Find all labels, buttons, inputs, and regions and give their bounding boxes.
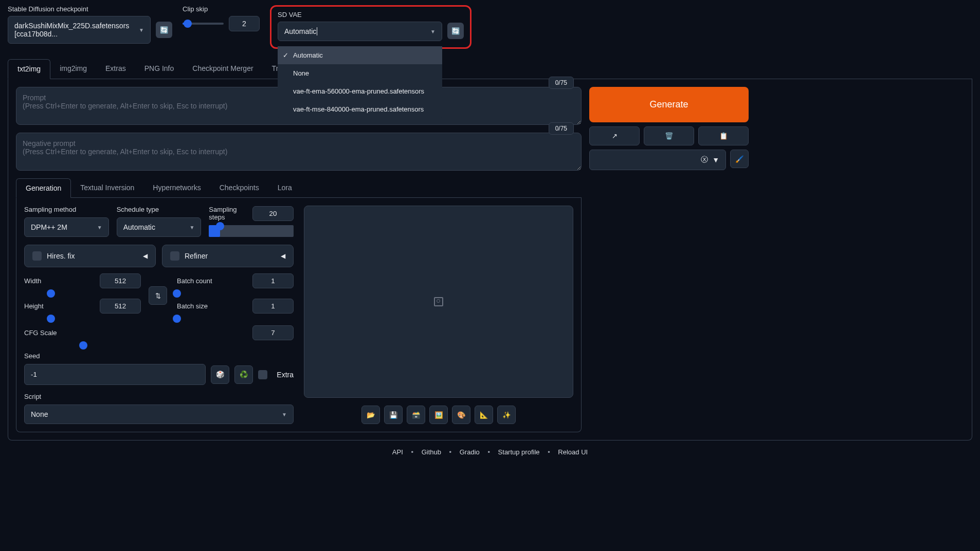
- random-seed-button[interactable]: 🎲: [211, 365, 229, 384]
- negative-prompt-input[interactable]: [16, 133, 582, 171]
- cfg-value[interactable]: [252, 325, 294, 340]
- hires-fix-toggle[interactable]: Hires. fix ◀: [24, 245, 156, 267]
- extra-checkbox[interactable]: [258, 370, 267, 379]
- subtab-hypernetworks[interactable]: Hypernetworks: [143, 178, 210, 197]
- batch-count-value[interactable]: [252, 273, 294, 288]
- sampling-steps-value[interactable]: [252, 206, 294, 221]
- zip-button[interactable]: 🗃️: [407, 406, 425, 424]
- sd-vae-value: Automatic: [284, 27, 317, 35]
- sampling-method-dropdown[interactable]: DPM++ 2M ▼: [24, 217, 109, 237]
- sd-vae-dropdown[interactable]: Automatic ▼: [278, 22, 442, 41]
- arrow-button[interactable]: ↗: [589, 126, 640, 145]
- subtab-checkpoints[interactable]: Checkpoints: [210, 178, 268, 197]
- negative-prompt-area: 0/75: [16, 133, 582, 172]
- tab-img2img[interactable]: img2img: [50, 59, 96, 79]
- footer-link[interactable]: Github: [422, 448, 441, 456]
- sd-vae-highlight: SD VAE Automatic ▼ 🔄 Automatic None vae-…: [270, 5, 471, 49]
- upscale-button[interactable]: ✨: [497, 406, 516, 424]
- refresh-vae-button[interactable]: 🔄: [447, 23, 464, 39]
- hires-fix-label: Hires. fix: [47, 252, 75, 260]
- cfg-field: CFG Scale: [24, 325, 294, 344]
- open-folder-button[interactable]: 📂: [361, 406, 380, 424]
- batch-size-field: Batch size: [177, 299, 294, 318]
- subtab-lora[interactable]: Lora: [268, 178, 301, 197]
- footer-link[interactable]: Startup profile: [498, 448, 540, 456]
- schedule-label: Schedule type: [117, 206, 202, 213]
- swap-dimensions-button[interactable]: ⇅: [149, 286, 167, 305]
- chevron-down-icon: ▼: [189, 225, 194, 230]
- clear-button[interactable]: 🗑️: [644, 126, 694, 145]
- script-label: Script: [24, 393, 294, 400]
- clear-icon[interactable]: ⓧ: [701, 155, 708, 164]
- extra-label: Extra: [277, 371, 294, 379]
- batch-size-value[interactable]: [252, 299, 294, 314]
- tab-checkpoint-merger[interactable]: Checkpoint Merger: [183, 59, 262, 79]
- extra-check[interactable]: Extra: [258, 370, 294, 379]
- clip-skip-value[interactable]: 2: [229, 16, 260, 31]
- prompt-counter: 0/75: [549, 77, 574, 89]
- main-content: 0/75 0/75 Generation Textual Inversion H…: [8, 79, 972, 440]
- styles-dropdown[interactable]: ⓧ ▼: [589, 150, 726, 170]
- clip-skip-slider[interactable]: [183, 23, 224, 25]
- chevron-down-icon: ▼: [430, 29, 435, 34]
- vae-option[interactable]: vae-ft-mse-840000-ema-pruned.safetensors: [278, 100, 442, 118]
- footer-link[interactable]: Gradio: [460, 448, 480, 456]
- sampling-method-label: Sampling method: [24, 206, 109, 213]
- reuse-seed-button[interactable]: ♻️: [234, 365, 253, 384]
- sampling-steps-label: Sampling steps: [209, 206, 252, 221]
- refresh-checkpoint-button[interactable]: 🔄: [156, 22, 172, 38]
- sd-vae-group: SD VAE Automatic ▼: [278, 11, 442, 41]
- generation-panel: Sampling method DPM++ 2M ▼ Schedule type…: [16, 198, 582, 432]
- batch-count-field: Batch count: [177, 273, 294, 292]
- chevron-down-icon: ▼: [712, 156, 719, 164]
- sd-vae-label: SD VAE: [278, 11, 442, 19]
- vae-option[interactable]: Automatic: [278, 46, 442, 64]
- send-img2img-button[interactable]: 🖼️: [429, 406, 448, 424]
- seed-input[interactable]: [24, 364, 206, 385]
- clip-skip-label: Clip skip: [183, 5, 260, 13]
- seed-label: Seed: [24, 352, 294, 360]
- paste-button[interactable]: 📋: [698, 126, 749, 145]
- output-preview: [304, 206, 573, 398]
- checkpoint-label: Stable Diffusion checkpoint: [8, 5, 172, 13]
- tab-pnginfo[interactable]: PNG Info: [135, 59, 184, 79]
- tab-extras[interactable]: Extras: [96, 59, 135, 79]
- cfg-label: CFG Scale: [24, 329, 57, 337]
- sampling-steps-field: Sampling steps: [209, 206, 294, 237]
- sampling-steps-slider[interactable]: [209, 225, 294, 237]
- vae-option[interactable]: vae-ft-ema-560000-ema-pruned.safetensors: [278, 82, 442, 100]
- vae-dropdown-list: Automatic None vae-ft-ema-560000-ema-pru…: [278, 46, 442, 118]
- checkpoint-group: Stable Diffusion checkpoint darkSushiMix…: [8, 5, 172, 44]
- refiner-toggle[interactable]: Refiner ◀: [162, 245, 294, 267]
- generate-button[interactable]: Generate: [589, 87, 749, 122]
- collapse-icon: ◀: [281, 252, 285, 260]
- tab-txt2img[interactable]: txt2img: [8, 59, 50, 79]
- batch-size-label: Batch size: [177, 302, 208, 310]
- batch-count-label: Batch count: [177, 277, 212, 285]
- footer-link[interactable]: Reload UI: [558, 448, 588, 456]
- vae-option[interactable]: None: [278, 64, 442, 82]
- width-label: Width: [24, 277, 41, 285]
- send-extras-button[interactable]: 📐: [475, 406, 493, 424]
- width-field: Width: [24, 273, 141, 292]
- refiner-checkbox[interactable]: [170, 251, 179, 261]
- hires-fix-checkbox[interactable]: [32, 251, 42, 261]
- height-value[interactable]: [100, 299, 141, 314]
- sampling-method-field: Sampling method DPM++ 2M ▼: [24, 206, 109, 237]
- chevron-down-icon: ▼: [97, 225, 102, 230]
- checkpoint-dropdown[interactable]: darkSushiMixMix_225D.safetensors [cca17b…: [8, 16, 151, 44]
- schedule-dropdown[interactable]: Automatic ▼: [117, 217, 202, 237]
- send-inpaint-button[interactable]: 🎨: [452, 406, 470, 424]
- footer-link[interactable]: API: [392, 448, 403, 456]
- collapse-icon: ◀: [143, 252, 148, 260]
- save-button[interactable]: 💾: [384, 406, 403, 424]
- width-value[interactable]: [100, 273, 141, 288]
- output-actions: 📂 💾 🗃️ 🖼️ 🎨 📐 ✨: [304, 406, 573, 424]
- subtab-textual-inversion[interactable]: Textual Inversion: [71, 178, 143, 197]
- chevron-down-icon: ▼: [139, 27, 144, 33]
- subtab-generation[interactable]: Generation: [16, 178, 71, 198]
- chevron-down-icon: ▼: [282, 412, 287, 417]
- checkpoint-value: darkSushiMixMix_225D.safetensors [cca17b…: [14, 22, 139, 38]
- script-dropdown[interactable]: None ▼: [24, 405, 294, 424]
- edit-styles-button[interactable]: 🖌️: [730, 150, 749, 168]
